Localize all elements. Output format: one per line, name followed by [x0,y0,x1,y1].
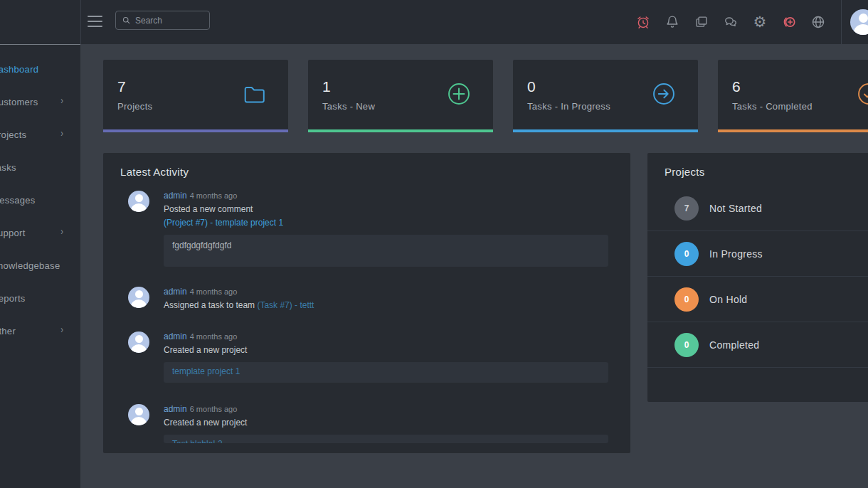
projects-row-not-started[interactable]: 7 Not Started [647,186,868,231]
stat-label: Tasks - In Progress [527,101,610,112]
projects-row-completed[interactable]: 0 Completed [647,322,868,368]
activity-action: Posted a new comment [164,204,608,215]
windows-stack-icon[interactable] [694,14,709,30]
panel-title: Latest Activity [120,166,189,178]
activity-body: admin4 months ago Created a new project … [164,331,608,383]
sidebar-item-dashboard[interactable]: Dashboard [0,53,80,85]
stat-label: Projects [117,101,152,112]
sidebar-item-label: Other [0,326,16,336]
project-link[interactable]: Test blabla! 2 [172,439,223,443]
sidebar-item-other[interactable]: Other › [0,314,80,347]
count-badge: 0 [674,333,699,357]
activity-body: admin6 months ago Created a new project … [164,404,608,443]
stat-card-tasks-completed[interactable]: 6 Tasks - Completed [718,60,868,132]
stat-value: 0 [527,78,536,95]
alarm-icon[interactable] [635,14,651,30]
stat-label: Tasks - Completed [732,101,813,112]
globe-icon[interactable] [810,14,826,30]
user-avatar [128,287,149,308]
user-link[interactable]: admin [164,191,187,201]
card-accent-bar [513,129,698,132]
status-label: Not Started [709,203,762,214]
topbar-icon-group: ⚙ [635,0,826,44]
activity-meta: admin6 months ago [164,404,608,415]
stat-card-tasks-new[interactable]: 1 Tasks - New [308,60,493,132]
topbar: ⚙ [0,0,868,44]
count-badge: 0 [674,242,699,266]
projects-row-in-progress[interactable]: 0 In Progress [647,231,868,277]
sidebar-item-label: Support [0,228,26,238]
bell-icon[interactable] [665,14,680,30]
stat-label: Tasks - New [322,101,375,112]
stat-card-projects[interactable]: 7 Projects [103,60,288,132]
topbar-sidebar-divider [80,0,81,44]
user-avatar[interactable] [850,9,868,35]
search-input[interactable] [135,16,199,26]
circle-check-icon [856,81,868,107]
latest-activity-panel: Latest Activity admin4 months ago Posted… [103,153,630,453]
sidebar-item-reports[interactable]: Reports [0,282,80,314]
activity-action: Assigned a task to team [164,300,255,310]
sidebar: Dashboard Customers › Projects › Tasks M… [0,0,80,488]
user-avatar [128,404,149,425]
gear-icon[interactable]: ⚙ [752,14,768,30]
sidebar-divider [0,44,80,45]
sidebar-item-label: Customers [0,97,38,107]
sidebar-item-support[interactable]: Support › [0,216,80,249]
sidebar-item-projects[interactable]: Projects › [0,118,80,151]
activity-meta: admin4 months ago [164,191,608,201]
project-box: template project 1 [164,362,608,383]
sidebar-item-label: Tasks [0,162,16,173]
stat-value: 6 [732,78,741,95]
user-link[interactable]: admin [164,287,187,297]
count-badge: 0 [674,287,699,312]
sidebar-item-messages[interactable]: Messages [0,184,80,216]
comment-box: fgdfgdgfdgfdgfd [164,235,608,267]
sidebar-nav: Dashboard Customers › Projects › Tasks M… [0,53,80,347]
status-label: On Hold [709,294,747,305]
projects-row-on-hold[interactable]: 0 On Hold [647,277,868,322]
target-link[interactable]: (Project #7) - template project 1 [164,218,283,228]
chat-icon[interactable] [723,14,739,30]
search-icon [122,16,131,25]
card-accent-bar [308,129,493,132]
user-link[interactable]: admin [164,404,187,414]
projects-panel: Projects 7 Not Started 0 In Progress 0 O… [647,153,868,402]
panel-title: Projects [665,166,705,178]
folder-icon [241,81,267,107]
topbar-divider [841,0,842,44]
circle-arrow-right-icon [651,81,677,107]
stat-card-tasks-in-progress[interactable]: 0 Tasks - In Progress [513,60,698,132]
chevron-right-icon: › [60,127,63,139]
chevron-right-icon: › [60,226,63,237]
activity-body: admin4 months ago Posted a new comment (… [164,191,608,267]
menu-icon[interactable] [88,16,102,31]
timestamp: 4 months ago [190,191,238,200]
projects-status-list: 7 Not Started 0 In Progress 0 On Hold 0 … [647,186,868,368]
sidebar-item-customers[interactable]: Customers › [0,85,80,118]
activity-body: admin4 months ago Assigned a task to tea… [164,287,608,311]
user-avatar [128,191,149,212]
sidebar-item-tasks[interactable]: Tasks [0,151,80,184]
stat-value: 7 [117,78,126,95]
chevron-right-icon: › [60,95,63,106]
sidebar-item-label: Dashboard [0,64,38,75]
project-link[interactable]: template project 1 [172,366,240,376]
sidebar-item-label: Reports [0,293,26,304]
status-label: In Progress [709,248,763,260]
activity-meta: admin4 months ago [164,287,608,297]
target-link[interactable]: (Task #7) - tettt [257,300,314,310]
card-accent-bar [718,129,868,132]
status-label: Completed [709,339,759,351]
sidebar-item-knowledgebase[interactable]: Knowledgebase [0,249,80,282]
sidebar-item-label: Knowledgebase [0,260,60,271]
user-link[interactable]: admin [164,331,187,341]
chevron-right-icon: › [60,324,63,335]
record-plus-icon[interactable] [781,14,797,30]
activity-meta: admin4 months ago [164,331,608,342]
stat-value: 1 [322,78,331,95]
circle-plus-icon [446,81,472,107]
search-box [115,11,210,30]
timestamp: 4 months ago [190,287,238,296]
count-badge: 7 [674,196,699,221]
